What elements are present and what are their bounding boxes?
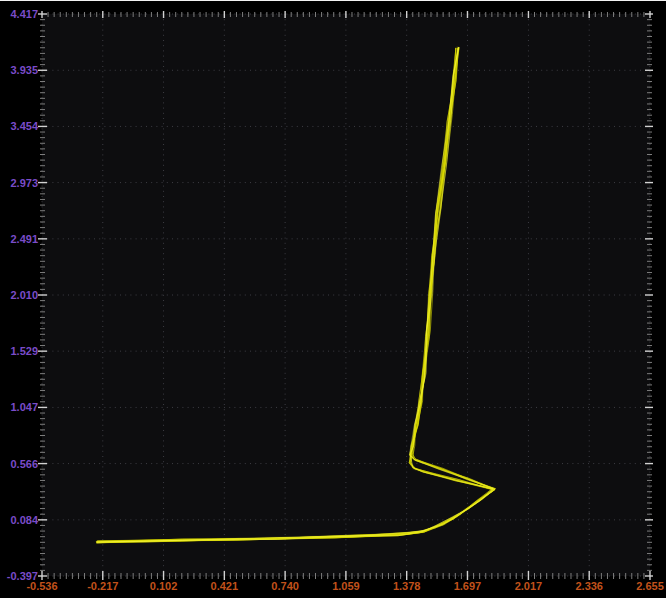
y-axis-tick-label: 1.047 bbox=[10, 401, 38, 413]
x-axis-tick-label: 2.655 bbox=[636, 580, 664, 592]
y-axis-tick-label: 2.491 bbox=[10, 233, 38, 245]
x-axis-tick-label: 0.421 bbox=[211, 580, 239, 592]
x-axis-tick-label: 1.378 bbox=[393, 580, 421, 592]
y-axis-tick-label: 2.010 bbox=[10, 289, 38, 301]
x-axis-tick-label: 0.740 bbox=[271, 580, 299, 592]
y-axis-tick-label: 3.454 bbox=[10, 120, 38, 132]
x-axis-tick-label: -0.536 bbox=[26, 580, 57, 592]
y-axis-tick-label: 0.566 bbox=[10, 458, 38, 470]
x-axis-tick-label: 0.102 bbox=[150, 580, 178, 592]
y-axis-tick-label: 3.935 bbox=[10, 64, 38, 76]
x-axis-tick-label: 2.017 bbox=[515, 580, 543, 592]
xy-plot-canvas: 4.4173.9353.4542.9732.4912.0101.5291.047… bbox=[0, 1, 666, 598]
y-axis-tick-label: 2.973 bbox=[10, 177, 38, 189]
xy-plot-widget[interactable]: 4.4173.9353.4542.9732.4912.0101.5291.047… bbox=[0, 0, 666, 598]
y-axis-tick-label: 4.417 bbox=[10, 8, 38, 20]
x-axis-tick-label: 1.059 bbox=[332, 580, 360, 592]
y-axis-tick-label: 1.529 bbox=[10, 345, 38, 357]
x-axis-tick-label: 2.336 bbox=[575, 580, 603, 592]
x-axis-tick-label: 1.697 bbox=[454, 580, 482, 592]
x-axis-tick-label: -0.217 bbox=[87, 580, 118, 592]
y-axis-tick-label: 0.084 bbox=[10, 514, 38, 526]
